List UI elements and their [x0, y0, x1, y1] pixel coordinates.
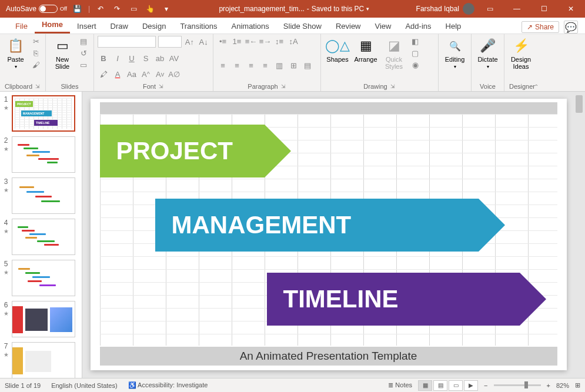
vertical-scrollbar[interactable] [574, 92, 585, 378]
quick-styles-button[interactable]: ◪ Quick Styles [381, 36, 407, 71]
slide-editor[interactable]: PROJECT MANAGEMENT TIMELINE An Animated … [82, 92, 574, 378]
zoom-in-button[interactable]: + [547, 382, 550, 389]
slide-counter[interactable]: Slide 1 of 19 [5, 382, 41, 389]
shape-fill-button[interactable]: ◧ [409, 36, 421, 46]
numbering-button[interactable]: 1≡ [231, 36, 243, 46]
slide-sorter-button[interactable]: ▤ [433, 380, 447, 391]
user-avatar[interactable] [463, 3, 474, 15]
align-left-button[interactable]: ≡ [217, 61, 229, 71]
touch-mode-button[interactable]: 👆 [144, 3, 156, 15]
increase-font-button[interactable]: A↑ [184, 36, 196, 47]
arrange-button[interactable]: ▦ Arrange [353, 36, 379, 64]
accessibility-status[interactable]: ♿ Accessibility: Investigate [128, 381, 208, 389]
qat-customize-button[interactable]: ▾ [161, 3, 172, 15]
drawing-launcher[interactable]: ⇲ [390, 83, 396, 89]
align-center-button[interactable]: ≡ [231, 61, 243, 71]
share-button[interactable]: ↗ Share [522, 21, 559, 33]
arrow-shape-management[interactable]: MANAGEMENT [155, 199, 479, 252]
shape-effects-button[interactable]: ◉ [409, 59, 421, 70]
thumbnail-4[interactable]: 4★ [2, 219, 79, 255]
tab-file[interactable]: File [8, 19, 35, 33]
tab-transitions[interactable]: Transitions [173, 19, 224, 33]
shape-outline-button[interactable]: ▢ [409, 48, 421, 58]
decrease-font-button[interactable]: A↓ [198, 36, 209, 47]
slideshow-view-button[interactable]: ▶ [464, 380, 478, 391]
indent-increase-button[interactable]: ≡→ [259, 36, 271, 46]
thumbnail-2[interactable]: 2★ [2, 136, 79, 173]
tab-draw[interactable]: Draw [103, 19, 135, 33]
layout-button[interactable]: ▤ [78, 36, 89, 46]
autosave-toggle[interactable]: AutoSave Off [6, 5, 67, 13]
underline-button[interactable]: U [126, 53, 138, 63]
thumbnail-3[interactable]: 3★ [2, 177, 79, 214]
bullets-button[interactable]: •≡ [217, 36, 229, 46]
language-indicator[interactable]: English (United States) [51, 382, 118, 389]
arrow-shape-timeline[interactable]: TIMELINE [267, 273, 520, 326]
undo-button[interactable]: ↶ [95, 3, 106, 15]
dictate-button[interactable]: 🎤 Dictate ▾ [475, 36, 500, 71]
paste-button[interactable]: 📋 Paste ▾ [4, 36, 28, 71]
design-ideas-button[interactable]: ⚡ Design Ideas [508, 36, 534, 71]
thumbnail-5[interactable]: 5★ [2, 260, 79, 296]
clear-formatting-button[interactable]: A∅ [168, 69, 180, 79]
paragraph-launcher[interactable]: ⇲ [280, 83, 286, 89]
columns-button[interactable]: ▥ [273, 61, 285, 71]
tab-home[interactable]: Home [35, 17, 70, 33]
font-size-select[interactable] [158, 36, 182, 48]
grow-font-button[interactable]: A^ [140, 69, 152, 79]
change-case-button[interactable]: Aa [126, 69, 138, 79]
normal-view-button[interactable]: ▦ [418, 380, 432, 391]
format-painter-button[interactable]: 🖌 [30, 59, 42, 70]
tab-insert[interactable]: Insert [70, 19, 103, 33]
font-launcher[interactable]: ⇲ [158, 83, 164, 89]
reading-view-button[interactable]: ▭ [449, 380, 463, 391]
text-direction-button[interactable]: ↕A [288, 36, 299, 46]
zoom-handle[interactable] [524, 381, 528, 388]
clipboard-launcher[interactable]: ⇲ [35, 83, 41, 89]
thumbnail-6[interactable]: 6★ [2, 301, 79, 337]
editing-button[interactable]: 🔍 Editing ▾ [442, 36, 467, 71]
fit-to-window-button[interactable]: ⊞ [575, 381, 580, 389]
tab-view[interactable]: View [368, 19, 399, 33]
shadow-button[interactable]: ab [154, 53, 166, 63]
tab-help[interactable]: Help [439, 19, 469, 33]
minimize-button[interactable]: — [505, 0, 529, 18]
new-slide-button[interactable]: ▭ New Slide [49, 36, 75, 71]
bold-button[interactable]: B [98, 53, 109, 63]
tab-design[interactable]: Design [135, 19, 173, 33]
highlight-button[interactable]: 🖍 [98, 69, 109, 79]
font-name-select[interactable] [98, 36, 156, 48]
ribbon-display-button[interactable]: ▭ [478, 0, 502, 18]
slide-thumbnails-panel[interactable]: 1★ PROJECT MANAGEMENT TIMELINE 2★ 3★ [0, 92, 82, 378]
shrink-font-button[interactable]: Av [154, 69, 166, 79]
strikethrough-button[interactable]: S [140, 53, 152, 63]
zoom-slider[interactable] [494, 384, 541, 386]
spacing-button[interactable]: AV [168, 53, 180, 63]
close-button[interactable]: ✕ [559, 0, 583, 18]
notes-button[interactable]: ≣ Notes [388, 381, 412, 389]
comments-button[interactable]: 💬 [564, 21, 578, 33]
align-right-button[interactable]: ≡ [245, 61, 257, 71]
tab-addins[interactable]: Add-ins [398, 19, 438, 33]
tab-slideshow[interactable]: Slide Show [276, 19, 329, 33]
cut-button[interactable]: ✂ [30, 36, 42, 46]
thumbnail-1[interactable]: 1★ PROJECT MANAGEMENT TIMELINE [2, 95, 79, 132]
indent-decrease-button[interactable]: ≡← [245, 36, 257, 46]
italic-button[interactable]: I [112, 53, 123, 63]
font-color-button[interactable]: A [112, 69, 123, 79]
tab-review[interactable]: Review [329, 19, 368, 33]
smartart-button[interactable]: ▤ [302, 61, 313, 71]
slide-canvas[interactable]: PROJECT MANAGEMENT TIMELINE An Animated … [91, 99, 567, 370]
justify-button[interactable]: ≡ [259, 61, 271, 71]
slide-subtitle-bar[interactable]: An Animated Presentation Template [100, 347, 557, 366]
shapes-button[interactable]: ◯△ Shapes [325, 36, 350, 64]
zoom-out-button[interactable]: − [484, 382, 487, 389]
redo-button[interactable]: ↷ [111, 3, 123, 15]
arrow-shape-project[interactable]: PROJECT [100, 125, 265, 177]
save-button[interactable]: 💾 [72, 3, 83, 15]
section-button[interactable]: ▭ [78, 59, 89, 70]
reset-button[interactable]: ↺ [78, 48, 89, 58]
line-spacing-button[interactable]: ↕≡ [273, 36, 285, 46]
start-from-beginning-button[interactable]: ▭ [128, 3, 139, 15]
copy-button[interactable]: ⎘ [30, 48, 42, 58]
